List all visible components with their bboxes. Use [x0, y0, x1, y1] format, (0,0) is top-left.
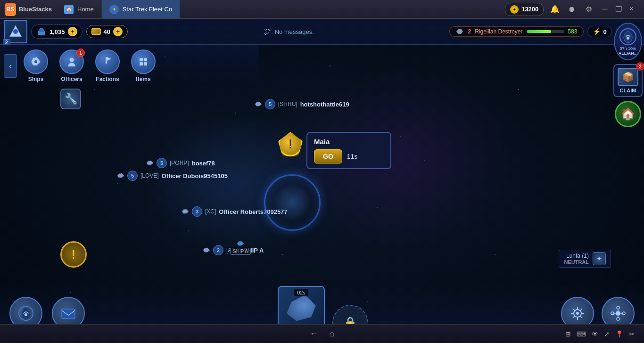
ship3-icon — [117, 173, 124, 179]
ship2-level: 5 — [157, 158, 167, 168]
officers-label: Officers — [61, 76, 82, 82]
alliance-badge[interactable]: 07h 10m ALLIAN... — [614, 23, 642, 60]
taskbar-icon5[interactable]: 📍 — [615, 330, 623, 338]
gold-add-btn[interactable]: + — [113, 27, 123, 36]
restore-btn[interactable]: ❐ — [613, 5, 624, 14]
taskbar-icon4[interactable]: ⤢ — [604, 330, 610, 338]
ship-bosef[interactable]: 5 [PORP] bosef78 — [146, 158, 215, 168]
titlebar: BS BlueStacks 🏠 Home ✦ Star Trek Fleet C… — [0, 0, 644, 19]
home-tab[interactable]: 🏠 Home — [57, 0, 102, 18]
svg-point-26 — [616, 311, 620, 316]
nav-ships[interactable]: Ships — [19, 49, 53, 82]
svg-rect-3 — [40, 28, 43, 30]
alert-btn[interactable]: ! — [60, 241, 87, 268]
bluestacks-label: BlueStacks — [19, 6, 52, 13]
parsteel-amount: 1,035 — [50, 28, 65, 35]
claim-crate-icon: 📦 — [618, 68, 638, 86]
titlebar-tabs: 🏠 Home ✦ Star Trek Fleet Co — [57, 0, 500, 18]
svg-point-28 — [617, 318, 619, 320]
home-tab-icon: 🏠 — [64, 5, 74, 14]
taskbar-icon6[interactable]: ✂ — [629, 330, 635, 338]
minimize-btn[interactable]: ─ — [600, 5, 609, 14]
resource1-amount: 0 — [603, 28, 607, 35]
svg-point-5 — [69, 57, 74, 62]
coin-amount: 13200 — [521, 6, 538, 13]
settings-btn[interactable]: ⚙ — [583, 4, 594, 15]
ship1-level: 5 — [265, 99, 275, 109]
ship2-tag: [PORP] — [170, 160, 189, 166]
nav-bar: ‹ Ships 1 Officers — [0, 45, 259, 87]
messages-area: 🕊 No messages. — [132, 27, 446, 36]
drydock-timer: 02s — [294, 289, 308, 296]
ship-dubois[interactable]: 5 [LOVE] Officer Dubois9545105 — [117, 171, 228, 181]
ships-label: Ships — [28, 76, 44, 82]
svg-line-24 — [580, 309, 582, 310]
claim-badge: 2 — [636, 62, 644, 71]
wrench-btn[interactable]: 🔧 — [60, 89, 81, 109]
svg-rect-7 — [140, 58, 143, 61]
gold-resource: 40 + — [86, 25, 128, 38]
central-glow — [255, 165, 330, 240]
nav-factions[interactable]: Factions — [91, 49, 124, 82]
svg-line-22 — [573, 309, 575, 310]
gold-amount: 40 — [104, 28, 110, 35]
game-tab-label: Star Trek Fleet Co — [123, 6, 172, 13]
items-label: Items — [136, 76, 150, 82]
resource1: ⚡ 0 — [587, 26, 612, 37]
close-btn[interactable]: × — [627, 5, 636, 14]
bluestacks-icon: BS — [5, 3, 16, 16]
taskbar-icon1[interactable]: ⊞ — [565, 330, 571, 338]
home-circle[interactable]: ⌂ — [330, 329, 335, 339]
alliance-timer: 07h 10m — [619, 46, 636, 51]
maia-pin-icon: ! — [278, 132, 303, 156]
ant-ship[interactable]: SHIP A — [230, 240, 251, 255]
claim-box[interactable]: 2 📦 CLAIM — [613, 64, 643, 97]
player-icon[interactable]: 2 — [4, 20, 27, 43]
lunfa-indicator[interactable]: Lunfa (1) NEUTRAL ✦ — [559, 250, 611, 268]
maia-pin[interactable]: ! — [278, 132, 303, 156]
parsteel-icon — [36, 26, 47, 37]
ship1-icon — [255, 101, 262, 107]
game-tab-icon: ✦ — [109, 5, 119, 14]
back-arrow[interactable]: ← — [310, 329, 318, 339]
enemy-ship-icon — [455, 28, 464, 35]
home-btn[interactable]: 🏠 — [615, 101, 641, 127]
ship4-tag: [XC] — [205, 208, 216, 215]
lunfa-star-icon: ✦ — [593, 252, 606, 265]
ship-hotshot[interactable]: 5 [SHRU] hotshothattie619 — [255, 99, 349, 109]
ship3-level: 5 — [127, 171, 138, 181]
bell-btn[interactable]: 🔔 — [549, 4, 561, 15]
game-tab[interactable]: ✦ Star Trek Fleet Co — [102, 0, 180, 18]
taskbar-icon2[interactable]: ⌨ — [577, 330, 586, 338]
taskbar-icon3[interactable]: 👁 — [592, 330, 598, 338]
nav-items[interactable]: Items — [126, 49, 160, 82]
nav-back-btn[interactable]: ‹ — [4, 54, 17, 78]
ship1-name: hotshothattie619 — [300, 101, 349, 108]
ship2-icon — [146, 160, 154, 166]
enemy-health-bar — [527, 30, 564, 33]
gold-icon — [91, 28, 101, 35]
maia-timer: 11s — [347, 153, 358, 160]
svg-rect-8 — [144, 58, 147, 61]
lunfa-name: Lunfa (1) — [566, 253, 589, 259]
parsteel-add-btn[interactable]: + — [68, 27, 77, 36]
nav-officers[interactable]: 1 Officers — [55, 49, 89, 82]
maia-popup: Maia GO 11s — [306, 132, 391, 169]
maia-go-btn[interactable]: GO — [314, 149, 342, 163]
enemy-level: 2 — [468, 28, 471, 35]
svg-point-12 — [627, 37, 629, 40]
svg-point-29 — [611, 312, 614, 315]
window-controls: ─ ❐ × — [600, 5, 639, 14]
svg-rect-6 — [106, 57, 107, 64]
svg-point-0 — [13, 29, 18, 34]
alliance-label: ALLIAN... — [619, 51, 638, 56]
enemy-health-fill — [527, 30, 551, 33]
svg-rect-10 — [144, 62, 147, 65]
ship3-name: Officer Dubois9545105 — [162, 172, 228, 180]
bs-taskbar: ← ⌂ ⊞ ⌨ 👁 ⤢ 📍 ✂ — [0, 324, 644, 343]
ship4-level: 3 — [192, 206, 202, 217]
enemy-ship-indicator[interactable]: 2 Rigellian Destroyer 583 — [449, 26, 583, 37]
ship5-icon — [203, 247, 210, 253]
record-btn[interactable]: ⏺ — [566, 4, 578, 15]
message-icon: 🕊 — [264, 27, 271, 36]
